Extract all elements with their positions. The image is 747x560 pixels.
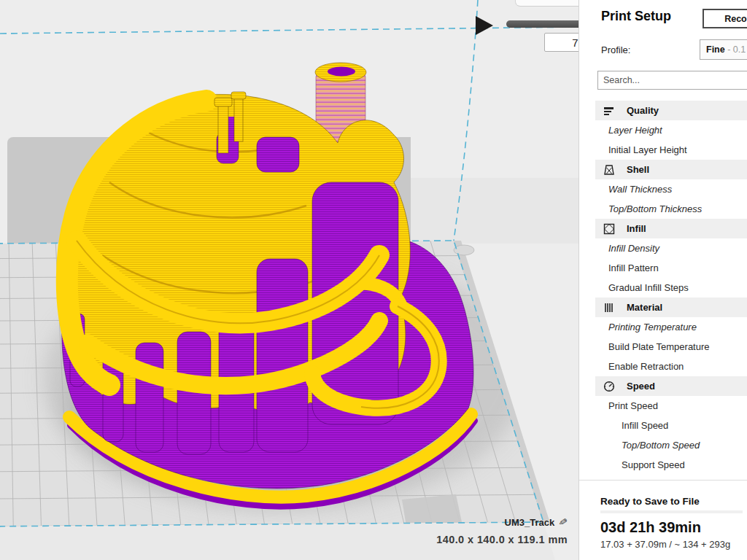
category-label: Shell: [627, 164, 649, 175]
panel-divider: [579, 480, 747, 481]
play-layer-button[interactable]: [476, 16, 493, 35]
speed-icon: [603, 381, 615, 392]
scene-canvas: [0, 0, 578, 560]
profile-select[interactable]: Fine - 0.1: [700, 39, 747, 60]
progress-strip: [600, 510, 743, 513]
profile-label: Profile:: [601, 44, 630, 55]
setting-item-enable-retraction[interactable]: Enable Retraction: [579, 357, 747, 376]
material-estimate: 17.03 + 37.09m / ~ 134 + 293g: [600, 539, 730, 550]
model-preview[interactable]: [61, 63, 474, 506]
layer-slider[interactable]: [506, 20, 588, 28]
setting-item-printing-temperature[interactable]: Printing Temperature: [579, 317, 747, 337]
search-input[interactable]: Search...: [597, 71, 747, 90]
viewport-3d[interactable]: 79 UM3_Track✎ 140.0 x 140.0 x 119.1 mm: [0, 0, 578, 560]
setting-label: Print Speed: [608, 400, 658, 411]
setting-item-build-plate-temperature[interactable]: Build Plate Temperature: [579, 337, 747, 357]
shell-icon: [603, 164, 615, 176]
setting-item-infill-speed[interactable]: Infill Speed: [579, 416, 747, 435]
model-dimensions: 140.0 x 140.0 x 119.1 mm: [306, 534, 568, 545]
setting-item-gradual-infill-steps[interactable]: Gradual Infill Steps: [579, 278, 747, 298]
recommended-mode-button[interactable]: Recommended: [703, 9, 747, 28]
material-icon: [603, 302, 615, 314]
setting-label: Gradual Infill Steps: [608, 282, 689, 293]
cura-print-setup-screen: { "colors": { "accent_blue": "#56b4d4", …: [0, 0, 747, 560]
setting-label: Top/Bottom Thickness: [608, 203, 702, 214]
profile-value: Fine: [706, 44, 725, 55]
setting-item-top-bottom-thickness[interactable]: Top/Bottom Thickness: [579, 199, 747, 219]
setting-item-initial-layer-height[interactable]: Initial Layer Height: [579, 140, 747, 160]
print-time-estimate: 03d 21h 39min: [600, 519, 701, 536]
category-label: Infill: [627, 223, 646, 234]
setting-label: Infill Pattern: [608, 262, 659, 273]
setting-item-support-speed[interactable]: Support Speed: [579, 455, 747, 475]
category-label: Speed: [627, 381, 655, 392]
setting-label: Layer Height: [608, 125, 662, 136]
setting-item-print-speed[interactable]: Print Speed: [579, 396, 747, 416]
setting-item-top-bottom-speed[interactable]: Top/Bottom Speed: [579, 435, 747, 455]
setting-label: Support Speed: [622, 459, 685, 470]
category-header-speed[interactable]: Speed: [595, 376, 747, 396]
category-label: Material: [627, 302, 662, 313]
category-header-infill[interactable]: Infill: [595, 219, 747, 238]
category-header-shell[interactable]: Shell: [595, 160, 747, 179]
print-setup-panel: Print Setup Recommended Profile: Fine - …: [578, 0, 747, 560]
pencil-icon[interactable]: ✎: [558, 516, 569, 529]
layers-icon: [603, 105, 615, 117]
profile-value-suffix: - 0.1: [725, 44, 746, 55]
setting-item-infill-pattern[interactable]: Infill Pattern: [579, 258, 747, 278]
category-header-material[interactable]: Material: [595, 298, 747, 317]
infill-icon: [603, 223, 615, 235]
setting-label: Top/Bottom Speed: [622, 440, 700, 451]
settings-list: QualityLayer HeightInitial Layer HeightS…: [579, 101, 747, 475]
setting-label: Wall Thickness: [608, 184, 672, 195]
panel-title: Print Setup: [601, 9, 671, 24]
setting-label: Build Plate Temperature: [608, 341, 710, 352]
setting-label: Enable Retraction: [608, 361, 684, 372]
category-label: Quality: [627, 105, 659, 116]
setting-label: Infill Speed: [622, 420, 668, 431]
viewport-top-sliver: [515, 0, 579, 7]
setting-item-layer-height[interactable]: Layer Height: [579, 120, 747, 140]
setting-label: Initial Layer Height: [608, 144, 687, 155]
setting-item-wall-thickness[interactable]: Wall Thickness: [579, 179, 747, 199]
setting-label: Printing Temperature: [608, 322, 697, 332]
model-caption: UM3_Track✎ 140.0 x 140.0 x 119.1 mm: [306, 516, 568, 545]
setting-label: Infill Density: [608, 243, 659, 254]
setting-item-infill-density[interactable]: Infill Density: [579, 238, 747, 258]
model-name[interactable]: UM3_Track: [505, 517, 555, 528]
status-ready-text: Ready to Save to File: [600, 496, 700, 507]
category-header-quality[interactable]: Quality: [595, 101, 747, 120]
